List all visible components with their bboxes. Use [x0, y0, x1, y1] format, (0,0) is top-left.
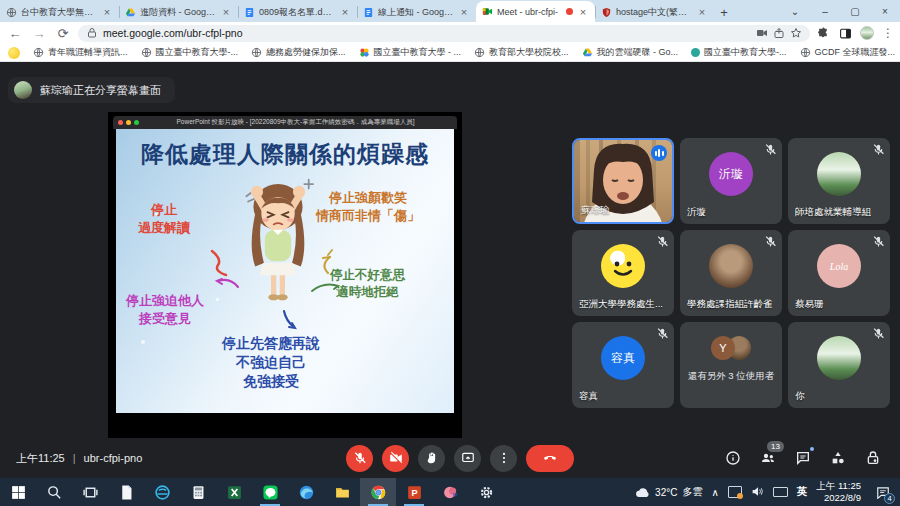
- ime-language-indicator[interactable]: 英: [797, 485, 808, 499]
- bookmark-star-icon[interactable]: [790, 27, 802, 39]
- internet-explorer-icon[interactable]: [144, 478, 180, 506]
- mic-toggle-button[interactable]: [346, 445, 373, 472]
- share-icon[interactable]: [773, 27, 785, 39]
- notepad-icon[interactable]: [108, 478, 144, 506]
- excel-icon[interactable]: [216, 478, 252, 506]
- participant-tile[interactable]: 學務處課指組許齡雀: [680, 230, 782, 316]
- notification-count-badge: 4: [884, 493, 895, 504]
- url-text[interactable]: meet.google.com/ubr-cfpl-pno: [103, 27, 751, 39]
- share-letterbox: [108, 413, 462, 438]
- participant-tile[interactable]: 容真 容真: [572, 322, 674, 408]
- raise-hand-button[interactable]: [418, 445, 445, 472]
- show-participants-icon[interactable]: 13: [759, 449, 777, 467]
- tab-meet-active[interactable]: Meet - ubr-cfpi- ×: [476, 1, 595, 22]
- task-view-icon[interactable]: [72, 478, 108, 506]
- start-button[interactable]: [0, 478, 36, 506]
- avatar: [817, 336, 861, 380]
- bookmark-general-affairs[interactable]: 總務處勞健保加保...: [251, 46, 346, 59]
- bookmark-ntcu-1[interactable]: 國立臺中教育大學-...: [141, 46, 239, 59]
- tab-hostage-translate[interactable]: hostage中文(繁體)翻 ×: [595, 2, 714, 22]
- more-participants-label: 還有另外 3 位使用者: [680, 370, 782, 383]
- forward-button[interactable]: →: [30, 26, 48, 41]
- pink-app-icon[interactable]: IP: [432, 478, 468, 506]
- participant-tile-video[interactable]: 蘇琮瑜: [572, 138, 674, 224]
- bookmark-label: 國立臺中教育大學-...: [704, 46, 787, 59]
- powerpoint-icon[interactable]: P: [396, 478, 432, 506]
- more-participants-tile[interactable]: Y 還有另外 3 位使用者: [680, 322, 782, 408]
- back-button[interactable]: ←: [6, 26, 24, 41]
- tab-wifi-portal[interactable]: 台中教育大學無線便用 ×: [0, 2, 119, 22]
- avatar: Lola: [817, 244, 861, 288]
- bookmark-youth-career[interactable]: 青年職涯輔導資訊...: [33, 46, 128, 59]
- avatar: [817, 152, 861, 196]
- participant-tile[interactable]: 沂璇 沂璇: [680, 138, 782, 224]
- new-tab-button[interactable]: +: [714, 2, 734, 22]
- activities-icon[interactable]: [829, 449, 847, 467]
- bookmark-ntcu-3[interactable]: 國立臺中教育大學-...: [691, 46, 787, 59]
- tab-close-icon[interactable]: ×: [220, 6, 232, 18]
- address-bar[interactable]: meet.google.com/ubr-cfpl-pno: [78, 25, 810, 42]
- browser-menu-kebab-icon[interactable]: ⋮: [882, 26, 894, 40]
- tab-docx-list[interactable]: 0809報名名單.docx ×: [238, 2, 357, 22]
- color-favicon: [359, 47, 370, 58]
- tab-drive-folder[interactable]: 進階資料 - Google 雲 ×: [119, 2, 238, 22]
- tab-close-icon[interactable]: ×: [339, 6, 351, 18]
- bookmark-label: 青年職涯輔導資訊...: [48, 46, 128, 59]
- meeting-code: ubr-cfpi-pno: [84, 452, 143, 464]
- line-app-icon[interactable]: [252, 478, 288, 506]
- hidden-icons-chevron[interactable]: ∧: [711, 487, 718, 498]
- more-options-kebab-button[interactable]: [490, 445, 517, 472]
- tab-search-chevron-icon[interactable]: ⌄: [780, 0, 810, 22]
- volume-icon[interactable]: [751, 486, 764, 499]
- close-window-button[interactable]: ×: [870, 0, 900, 22]
- clock-text: 上午11:25: [16, 451, 65, 466]
- recording-dot-icon: [566, 8, 573, 15]
- tab-close-icon[interactable]: ×: [696, 6, 708, 18]
- self-tile[interactable]: 你: [788, 322, 890, 408]
- tab-title: 0809報名名單.docx: [259, 6, 335, 19]
- reload-button[interactable]: ⟳: [54, 26, 72, 41]
- taskbar-clock[interactable]: 上午 11:25 2022/8/9: [816, 480, 861, 504]
- chrome-icon[interactable]: [360, 478, 396, 506]
- mac-traffic-lights-icon: [118, 120, 139, 125]
- calculator-icon[interactable]: [180, 478, 216, 506]
- meeting-details-info-icon[interactable]: [724, 449, 742, 467]
- end-call-button[interactable]: [526, 445, 574, 472]
- bookmark-moe[interactable]: 教育部大學校院校...: [474, 46, 569, 59]
- profile-avatar[interactable]: [860, 26, 874, 40]
- present-screen-button[interactable]: [454, 445, 481, 472]
- touch-keyboard-icon[interactable]: [773, 487, 788, 497]
- meeting-info: 上午11:25 | ubr-cfpi-pno: [0, 451, 280, 466]
- search-icon[interactable]: [36, 478, 72, 506]
- minimize-button[interactable]: –: [810, 0, 840, 22]
- extensions-puzzle-icon[interactable]: [816, 26, 830, 40]
- action-center-icon[interactable]: 4: [870, 478, 896, 506]
- file-explorer-icon[interactable]: [324, 478, 360, 506]
- participant-name: 容真: [579, 390, 598, 403]
- participant-tile[interactable]: Lola 蔡易珊: [788, 230, 890, 316]
- settings-gear-icon[interactable]: [468, 478, 504, 506]
- chat-icon[interactable]: [794, 449, 812, 467]
- maximize-button[interactable]: ▢: [840, 0, 870, 22]
- participant-tile[interactable]: 師培處就業輔導組: [788, 138, 890, 224]
- participant-tile[interactable]: 亞洲大學學務處生...: [572, 230, 674, 316]
- tab-close-icon[interactable]: ×: [577, 6, 589, 18]
- slide-note-stop-overreading: 停止 過度解讀: [138, 201, 190, 236]
- camera-toggle-button[interactable]: [382, 445, 409, 472]
- tab-online-notice[interactable]: 線上通知 - Google 文 ×: [357, 2, 476, 22]
- tab-close-icon[interactable]: ×: [458, 6, 470, 18]
- shared-screen[interactable]: PowerPoint 投影片放映 - [20220809中教大-掌握工作績效密碼…: [108, 112, 462, 438]
- host-controls-lock-icon[interactable]: [864, 449, 882, 467]
- camera-in-use-icon[interactable]: [756, 27, 768, 39]
- edge-icon[interactable]: [288, 478, 324, 506]
- bookmark-gcdf[interactable]: GCDF 全球職涯發...: [800, 46, 896, 59]
- tray-app-badge-icon[interactable]: [728, 486, 742, 498]
- bookmark-ntcu-2[interactable]: 國立臺中教育大學 - ...: [359, 46, 462, 59]
- weather-temp: 32°C: [655, 487, 677, 498]
- weather-widget[interactable]: 32°C 多雲: [635, 485, 702, 499]
- bookmark-my-drive[interactable]: 我的雲端硬碟 - Go...: [582, 46, 679, 59]
- tab-close-icon[interactable]: ×: [101, 6, 113, 18]
- side-panel-icon[interactable]: [838, 26, 852, 40]
- bookmark-smiley[interactable]: [8, 47, 20, 59]
- participant-name: 蘇琮瑜: [581, 204, 610, 217]
